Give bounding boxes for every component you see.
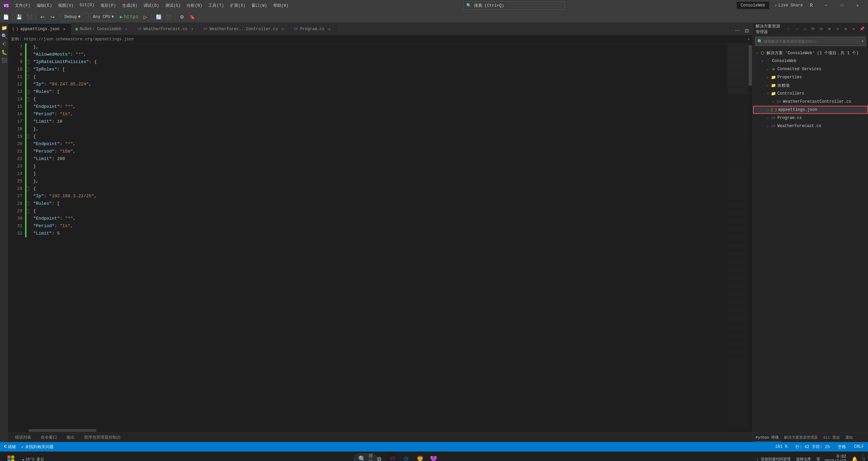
menu-test[interactable]: 测试(S) — [163, 1, 184, 10]
tree-controllers[interactable]: ▽ 📁 Controllers — [753, 89, 868, 98]
tree-connected-services[interactable]: ▷ ⚙ Connected Services — [753, 65, 868, 73]
maximize-button[interactable]: □ — [834, 0, 850, 11]
tab-errors[interactable]: 错误列表 — [11, 433, 35, 442]
menu-tools[interactable]: 工具(T) — [206, 1, 227, 10]
solution-root[interactable]: ▷ ⬡ 解决方案 'ConsoleWeb' (1 个项目，共 1 个) — [753, 49, 868, 57]
show-desktop[interactable]: | — [863, 454, 865, 461]
tab-close-weatherforecast[interactable]: ✕ — [190, 26, 195, 32]
horiz-scrollbar-thumb[interactable] — [29, 429, 96, 432]
panel-tab-solution[interactable]: 解决方案资源管理器 — [781, 434, 820, 442]
stop-button[interactable]: ⬛ — [164, 13, 173, 21]
taskbar-app-edge[interactable]: ⟳ — [401, 454, 412, 461]
menu-window[interactable]: 窗口(W) — [249, 1, 270, 10]
status-spaces[interactable]: 空格 — [836, 443, 847, 450]
run-button[interactable]: ▶ https — [118, 13, 139, 20]
debug-icon[interactable]: 🐛 — [1, 49, 7, 56]
search-icon[interactable]: 🔍 — [1, 33, 7, 39]
breadcrumb-expand-button[interactable]: + — [748, 37, 750, 42]
tab-appsettings[interactable]: { } appsettings.json ✕ — [8, 23, 71, 35]
tree-properties[interactable]: ▷ 📁 Properties — [753, 73, 868, 81]
task-view-button[interactable]: ⧉ — [374, 454, 385, 461]
taskbar-search[interactable]: 🔍 搜索 — [360, 454, 371, 461]
platform-dropdown[interactable]: Any CPU ▼ — [90, 13, 117, 21]
source-control-icon[interactable]: ⑆ — [1, 41, 7, 47]
solution-search[interactable]: 🔍 ▼ — [755, 37, 866, 46]
solution-search-input[interactable] — [764, 39, 860, 43]
tab-program[interactable]: C# Program.cs ✕ — [290, 23, 336, 35]
account-icon[interactable]: R — [807, 1, 816, 10]
panel-tab-git[interactable]: Git 更改 — [820, 434, 842, 442]
redo-button[interactable]: ↪ — [48, 13, 57, 21]
menu-git[interactable]: Git(G) — [77, 1, 97, 10]
tree-dependencies[interactable]: ▷ 📁 依赖项 — [753, 81, 868, 89]
restart-button[interactable]: 🔄 — [154, 13, 163, 21]
taskbar-app-vs[interactable]: VS — [388, 454, 398, 461]
tab-layout-button[interactable]: ⊡ — [742, 26, 751, 35]
tree-program[interactable]: ▷ C# Program.cs — [753, 114, 868, 122]
debug-config-dropdown[interactable]: Debug ▼ — [61, 13, 89, 21]
tab-package-manager[interactable]: 程序包管理器控制台 — [80, 433, 125, 442]
menu-extensions[interactable]: 扩展(X) — [227, 1, 248, 10]
panel-settings[interactable]: ⚙ — [842, 26, 849, 33]
minimize-button[interactable]: — — [818, 0, 834, 11]
menu-help[interactable]: 帮助(H) — [270, 1, 291, 10]
tree-appsettings[interactable]: ▷ { } appsettings.json — [753, 106, 868, 114]
scrollbar-thumb[interactable] — [749, 45, 752, 86]
tab-close-program[interactable]: ✕ — [326, 26, 332, 32]
project-consoleweb[interactable]: ▽ ⬡ ConsoleWeb — [753, 57, 868, 65]
tab-close-nuget[interactable]: ✕ — [124, 26, 129, 32]
start-button[interactable] — [3, 452, 19, 461]
save-button[interactable]: 💾 — [15, 13, 23, 21]
notification-icon[interactable]: 🔔 — [849, 454, 860, 461]
panel-show-all[interactable]: ⊞ — [826, 26, 833, 33]
title-search-box[interactable]: 🔍 搜索 (Ctrl+Q) — [463, 1, 565, 10]
menu-file[interactable]: 文件(F) — [12, 1, 33, 10]
undo-button[interactable]: ↩ — [38, 13, 47, 21]
code-editor[interactable]: 7 8 9 10 11 12 13 14 15 16 17 18 19 20 2… — [8, 43, 753, 428]
panel-nav-back[interactable]: ← — [785, 26, 792, 33]
add-to-source-control[interactable]: ↑ 添加到源代码管理 — [755, 456, 792, 461]
tree-weatherforecast-controller[interactable]: ▷ C# WeatherForecastController.cs — [753, 98, 868, 106]
panel-nav-forward[interactable]: → — [793, 26, 800, 33]
taskbar-app-brave[interactable]: 🦁 — [415, 454, 426, 461]
tree-weatherforecast[interactable]: ▷ C# WeatherForecast.cs — [753, 122, 868, 130]
status-errors[interactable]: ✓ 未找到相关问题 — [20, 443, 55, 450]
menu-analyze[interactable]: 分析(N) — [184, 1, 205, 10]
panel-collapse-all[interactable]: ⊟ — [818, 26, 825, 33]
status-encoding[interactable]: CRLF — [853, 444, 865, 450]
extensions-icon[interactable]: ⬛ — [1, 57, 7, 64]
live-share-button[interactable]: ⚡ Live Share — [772, 2, 806, 9]
bookmarks-button[interactable]: 🔖 — [188, 13, 196, 21]
menu-project[interactable]: 项目(P) — [98, 1, 119, 10]
tab-nuget[interactable]: ▣ NuGet: ConsoleWeb ✕ — [71, 23, 133, 35]
vertical-scrollbar[interactable] — [748, 43, 753, 428]
explorer-icon[interactable]: 📁 — [1, 24, 7, 31]
status-zoom[interactable]: 161 % — [774, 444, 789, 450]
panel-home[interactable]: ⌂ — [801, 26, 808, 33]
menu-debug[interactable]: 调试(D) — [141, 1, 162, 10]
panel-pin[interactable]: 📌 — [858, 26, 865, 33]
tab-menu-button[interactable]: ⋯ — [733, 26, 742, 35]
panel-sync[interactable]: ⟳ — [810, 26, 816, 33]
horizontal-scrollbar[interactable] — [8, 428, 753, 433]
tab-close-controller[interactable]: ✕ — [280, 26, 285, 32]
tab-controller[interactable]: C# WeatherForec...Controller.cs ✕ — [200, 23, 290, 35]
panel-close[interactable]: ✕ — [850, 26, 857, 33]
run-without-debug-button[interactable]: ▷ — [141, 13, 150, 21]
tab-weatherforecast[interactable]: C# WeatherForecast.cs ✕ — [133, 23, 200, 35]
save-all-button[interactable]: ⬛ — [25, 13, 34, 21]
tab-close-appsettings[interactable]: ✕ — [61, 26, 67, 32]
new-file-button[interactable]: 📄 — [1, 13, 10, 21]
status-branch[interactable]: ⑆ 就绪 — [3, 443, 17, 450]
panel-tab-python[interactable]: Python 环境 — [753, 434, 781, 442]
status-position[interactable]: 行: 42 字符: 25 — [794, 443, 831, 450]
close-button[interactable]: ✕ — [850, 0, 865, 11]
taskbar-app-vscode[interactable]: 💜 — [428, 454, 439, 461]
select-repo[interactable]: 选择仓库 — [795, 456, 812, 461]
tab-command[interactable]: 命令窗口 — [37, 433, 61, 442]
menu-view[interactable]: 视图(V) — [55, 1, 76, 10]
panel-tab-notify[interactable]: 通知 — [843, 434, 855, 442]
code-content[interactable]: }, "AllowedHosts": "*", "IpRateLimitPoli… — [32, 43, 728, 428]
settings-button[interactable]: ⚙ — [177, 13, 186, 21]
tab-output[interactable]: 输出 — [62, 433, 79, 442]
